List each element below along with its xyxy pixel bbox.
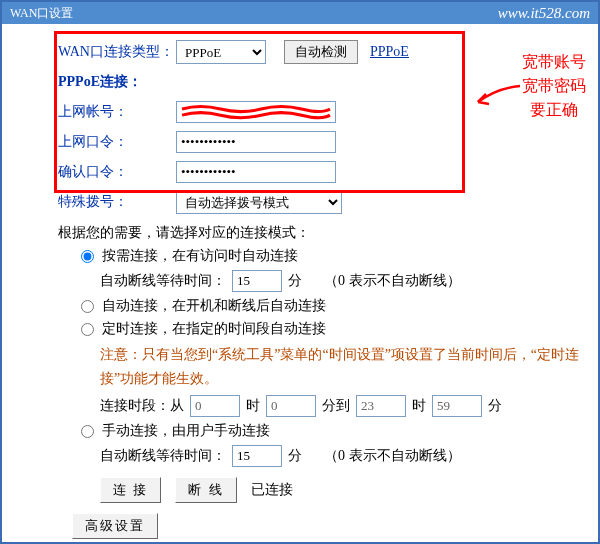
period-h2-input [356, 395, 406, 417]
mode-scheduled-label: 定时连接，在指定的时间段自动连接 [102, 320, 326, 338]
period-h1-unit: 时 [246, 397, 260, 415]
period-m2-input [432, 395, 482, 417]
mode-on-demand-label: 按需连接，在有访问时自动连接 [102, 247, 298, 265]
annotation-line1: 宽带账号 [522, 50, 586, 74]
period-label: 连接时段：从 [100, 397, 184, 415]
title-bar: WAN口设置 www.it528.com [2, 2, 598, 24]
on-demand-note: （0 表示不自动断线） [324, 272, 461, 290]
special-dial-label: 特殊拨号： [16, 193, 176, 211]
period-m1-input [266, 395, 316, 417]
period-m2-unit: 分 [488, 397, 502, 415]
annotation-text: 宽带账号 宽带密码 要正确 [522, 50, 586, 122]
manual-wait-unit: 分 [288, 447, 302, 465]
mode-manual-label: 手动连接，由用户手动连接 [102, 422, 270, 440]
mode-intro: 根据您的需要，请选择对应的连接模式： [16, 224, 584, 242]
annotation-line2: 宽带密码 [522, 74, 586, 98]
mode-auto-label: 自动连接，在开机和断线后自动连接 [102, 297, 326, 315]
annotation-arrow-icon [472, 82, 522, 112]
account-input[interactable] [176, 101, 336, 123]
window-title: WAN口设置 [10, 2, 73, 24]
manual-wait-label: 自动断线等待时间： [100, 447, 226, 465]
annotation-line3: 要正确 [522, 98, 586, 122]
disconnect-button[interactable]: 断 线 [175, 477, 236, 503]
connection-status: 已连接 [251, 481, 293, 499]
wan-settings-window: WAN口设置 www.it528.com 宽带账号 宽带密码 要正确 WAN口连… [0, 0, 600, 544]
mode-manual-radio[interactable] [81, 425, 94, 438]
connect-button[interactable]: 连 接 [100, 477, 161, 503]
period-h2-unit: 时 [412, 397, 426, 415]
mode-scheduled-radio[interactable] [81, 323, 94, 336]
period-h1-input [190, 395, 240, 417]
on-demand-wait-input[interactable] [232, 270, 282, 292]
advanced-button[interactable]: 高级设置 [72, 513, 158, 539]
mode-on-demand-radio[interactable] [81, 250, 94, 263]
manual-wait-input[interactable] [232, 445, 282, 467]
on-demand-wait-label: 自动断线等待时间： [100, 272, 226, 290]
watermark-url: www.it528.com [498, 2, 590, 24]
on-demand-wait-unit: 分 [288, 272, 302, 290]
mode-auto-radio[interactable] [81, 300, 94, 313]
manual-note: （0 表示不自动断线） [324, 447, 461, 465]
special-dial-select[interactable]: 自动选择拨号模式 [176, 190, 342, 214]
period-to: 分到 [322, 397, 350, 415]
scheduled-warning: 注意：只有当您到“系统工具”菜单的“时间设置”项设置了当前时间后，“定时连接”功… [16, 343, 584, 391]
